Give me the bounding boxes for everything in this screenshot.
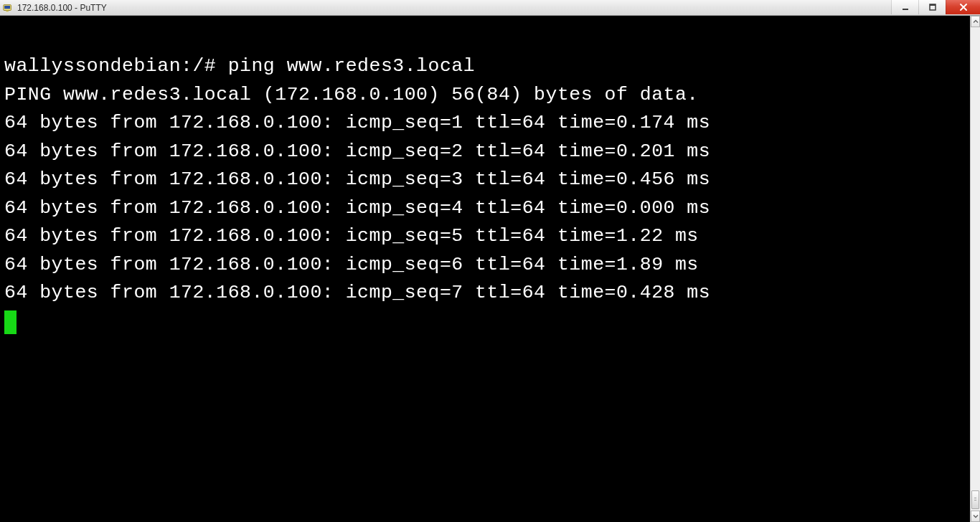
window-titlebar: 172.168.0.100 - PuTTY — [0, 0, 980, 16]
maximize-button[interactable] — [918, 0, 946, 14]
terminal-cursor — [4, 310, 17, 334]
window-title: 172.168.0.100 - PuTTY — [17, 3, 107, 13]
minimize-button[interactable] — [891, 0, 918, 14]
scroll-thumb[interactable] — [971, 490, 979, 509]
scroll-down-button[interactable] — [971, 511, 980, 522]
svg-rect-5 — [930, 4, 936, 6]
ping-reply-row: 64 bytes from 172.168.0.100: icmp_seq=7 … — [4, 282, 710, 303]
chevron-up-icon — [973, 19, 979, 24]
ping-reply-row: 64 bytes from 172.168.0.100: icmp_seq=2 … — [4, 141, 710, 162]
ping-header: PING www.redes3.local (172.168.0.100) 56… — [4, 84, 699, 105]
close-button[interactable] — [946, 0, 980, 14]
scroll-track[interactable] — [971, 27, 980, 511]
terminal-viewport[interactable]: wallyssondebian:/# ping www.redes3.local… — [0, 16, 970, 522]
ping-reply-row: 64 bytes from 172.168.0.100: icmp_seq=6 … — [4, 254, 699, 275]
ping-reply-row: 64 bytes from 172.168.0.100: icmp_seq=1 … — [4, 112, 710, 133]
prompt-line: wallyssondebian:/# ping www.redes3.local — [4, 55, 475, 77]
prompt-text: wallyssondebian:/# — [4, 55, 228, 77]
close-icon — [958, 3, 969, 11]
vertical-scrollbar[interactable] — [970, 16, 980, 522]
ping-reply-row: 64 bytes from 172.168.0.100: icmp_seq=4 … — [4, 197, 710, 219]
scroll-up-button[interactable] — [971, 16, 980, 27]
ping-reply-row: 64 bytes from 172.168.0.100: icmp_seq=3 … — [4, 169, 710, 190]
titlebar-left: 172.168.0.100 - PuTTY — [0, 3, 107, 13]
svg-rect-1 — [4, 5, 10, 8]
window-controls — [891, 0, 980, 15]
svg-rect-2 — [6, 10, 9, 11]
minimize-icon — [901, 3, 910, 11]
maximize-icon — [928, 3, 937, 11]
svg-rect-3 — [903, 9, 908, 10]
chevron-down-icon — [973, 513, 979, 519]
putty-icon — [3, 3, 13, 13]
ping-reply-row: 64 bytes from 172.168.0.100: icmp_seq=5 … — [4, 225, 699, 247]
command-text: ping www.redes3.local — [228, 55, 475, 77]
